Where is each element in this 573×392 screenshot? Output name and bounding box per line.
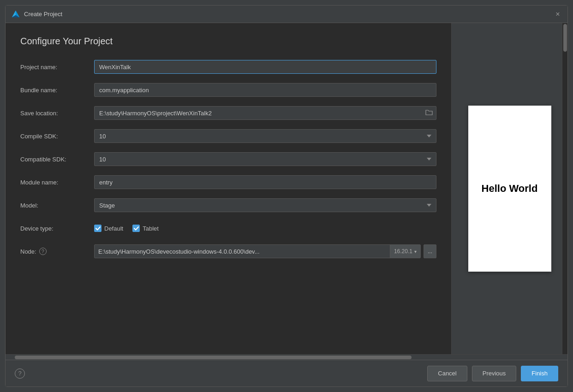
page-title: Configure Your Project (20, 36, 436, 47)
preview-frame: Hello World (468, 106, 551, 272)
bundle-name-row: Bundle name: (20, 83, 436, 97)
project-name-input[interactable] (94, 60, 436, 74)
save-location-input-wrapper (94, 106, 436, 120)
device-tablet-checkbox-box (132, 225, 140, 232)
close-button[interactable]: × (554, 10, 562, 18)
dialog: Create Project × Configure Your Project … (5, 5, 568, 387)
finish-button[interactable]: Finish (521, 366, 558, 381)
save-location-row: Save location: (20, 106, 436, 120)
footer-left: ? (15, 368, 427, 379)
node-version-dropdown[interactable]: 16.20.1 ▾ (390, 245, 420, 258)
node-path-text: E:\study\HarmonyOS\devecostudio-windows-… (95, 248, 390, 255)
cancel-button[interactable]: Cancel (427, 366, 467, 381)
dialog-content: Configure Your Project Project name: Bun… (6, 23, 567, 354)
module-name-label: Module name: (20, 179, 94, 186)
footer-help-icon[interactable]: ? (15, 368, 25, 379)
bundle-name-field (94, 83, 436, 97)
device-default-checkbox[interactable]: Default (94, 225, 123, 232)
model-label: Model: (20, 202, 94, 209)
device-default-label: Default (104, 225, 123, 232)
node-help-icon[interactable]: ? (39, 248, 47, 255)
compile-sdk-label: Compile SDK: (20, 133, 94, 140)
compatible-sdk-row: Compatible SDK: 10 (20, 152, 436, 166)
title-bar: Create Project × (6, 6, 567, 23)
bundle-name-input[interactable] (94, 83, 436, 97)
save-location-label: Save location: (20, 110, 94, 117)
device-type-label: Device type: (20, 225, 94, 232)
node-browse-button[interactable]: ... (424, 244, 436, 258)
model-field: Stage (94, 198, 436, 212)
model-select[interactable]: Stage (94, 198, 436, 212)
model-row: Model: Stage (20, 198, 436, 213)
preview-text: Hello World (482, 183, 538, 195)
device-type-field: Default Tablet (94, 225, 436, 232)
device-type-row: Device type: Default (20, 221, 436, 236)
compile-sdk-field: 10 (94, 129, 436, 143)
device-tablet-checkbox[interactable]: Tablet (132, 225, 159, 232)
project-name-field (94, 60, 436, 74)
module-name-field (94, 175, 436, 189)
module-name-row: Module name: (20, 175, 436, 190)
preview-scrollbar[interactable] (562, 23, 567, 354)
right-panel: Hello World (451, 23, 567, 354)
window-title: Create Project (24, 11, 554, 18)
compile-sdk-select[interactable]: 10 (94, 129, 436, 143)
project-name-row: Project name: (20, 59, 436, 74)
folder-icon[interactable] (425, 109, 433, 117)
compatible-sdk-label: Compatible SDK: (20, 156, 94, 163)
bundle-name-label: Bundle name: (20, 87, 94, 94)
module-name-input[interactable] (94, 175, 436, 189)
node-label-container: Node: ? (20, 248, 94, 255)
device-default-checkbox-box (94, 225, 101, 232)
left-panel: Configure Your Project Project name: Bun… (6, 23, 451, 354)
checkbox-group: Default Tablet (94, 225, 436, 232)
device-tablet-label: Tablet (143, 225, 159, 232)
scrollbar-thumb (15, 356, 412, 359)
compatible-sdk-field: 10 (94, 152, 436, 166)
save-location-input[interactable] (94, 106, 436, 120)
node-label: Node: (20, 248, 36, 255)
compile-sdk-row: Compile SDK: 10 (20, 129, 436, 143)
preview-scrollbar-thumb (563, 24, 567, 52)
project-name-label: Project name: (20, 64, 94, 71)
node-path-container: E:\study\HarmonyOS\devecostudio-windows-… (94, 244, 421, 258)
footer-right: Cancel Previous Finish (427, 366, 558, 381)
compatible-sdk-select[interactable]: 10 (94, 152, 436, 166)
save-location-field (94, 106, 436, 120)
horizontal-scrollbar[interactable] (6, 354, 567, 360)
node-version-text: 16.20.1 (394, 248, 412, 255)
chevron-down-icon: ▾ (414, 249, 417, 254)
dialog-footer: ? Cancel Previous Finish (6, 360, 567, 386)
node-input-row: E:\study\HarmonyOS\devecostudio-windows-… (94, 244, 436, 258)
app-logo-icon (11, 10, 20, 19)
previous-button[interactable]: Previous (472, 366, 517, 381)
node-row: Node: ? E:\study\HarmonyOS\devecostudio-… (20, 244, 436, 259)
